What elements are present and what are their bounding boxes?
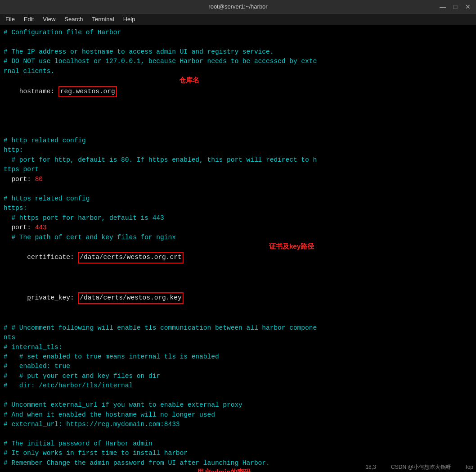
line-4: # DO NOT use localhost or 127.0.0.1, bec… — [4, 57, 472, 66]
hostname-value: reg.westos.org — [58, 86, 117, 97]
cert-line: certificate: /data/certs/westos.org.crt … — [4, 242, 472, 283]
statusbar: 18,3 CSDN @小何想吃火锅呀 Top — [363, 463, 476, 472]
terminal-content[interactable]: # Configuration file of Harbor # The IP … — [0, 25, 476, 472]
line-tls-7: # dir: /etc/harbor/tls/internal — [4, 381, 472, 390]
annotation-cert: 证书及key路径 — [269, 241, 314, 251]
hostname-line: hostname: reg.westos.org 仓库名 — [4, 76, 472, 126]
menu-search[interactable]: Search — [61, 15, 86, 23]
line-blank-2 — [4, 127, 472, 136]
cert-value: /data/certs/westos.org.crt — [78, 252, 183, 263]
privkey-line: private_key: /data/certs/westos.org.key — [4, 283, 472, 313]
annotation-cangku: 仓库名 — [179, 75, 199, 85]
titlebar: root@server1:~/harbor — □ ✕ — [0, 0, 476, 14]
line-blank-4 — [4, 313, 472, 323]
line-http-comment: # http related config — [4, 136, 472, 145]
menubar: File Edit View Search Terminal Help — [0, 14, 476, 25]
privkey-value: /data/certs/westos.org.key — [78, 292, 183, 304]
menu-file[interactable]: File — [2, 15, 18, 23]
line-blank-6 — [4, 430, 472, 439]
line-ext-1: # Uncomment external_url if you want to … — [4, 400, 472, 410]
line-ext-2: # And when it enabled the hostname will … — [4, 410, 472, 420]
annotation-admin-pwd: 用户admin的密码 — [197, 467, 251, 472]
line-blank-3 — [4, 184, 472, 194]
window-title: root@server1:~/harbor — [208, 3, 267, 10]
line-tls-3: # internal_tls: — [4, 343, 472, 352]
line-3: # The IP address or hostname to access a… — [4, 47, 472, 57]
line-tls-2: nts — [4, 333, 472, 342]
line-cert-comment: # The path of cert and key files for ngi… — [4, 233, 472, 242]
line-ext-3: # external_url: https://reg.mydomain.com… — [4, 420, 472, 429]
line-tls-1: # # Uncomment following will enable tls … — [4, 323, 472, 333]
line-port-comment2: ttps port — [4, 165, 472, 174]
line-5: rnal clients. — [4, 67, 472, 76]
line-https-comment: # https related config — [4, 194, 472, 204]
line-tls-4: # # set enabled to true means internal t… — [4, 352, 472, 362]
minimize-button[interactable]: — — [438, 2, 447, 11]
line-admin-2: # It only works in first time to install… — [4, 449, 472, 458]
line-tls-5: # enabled: true — [4, 362, 472, 371]
line-blank-1 — [4, 37, 472, 47]
close-button[interactable]: ✕ — [463, 2, 472, 11]
menu-edit[interactable]: Edit — [20, 15, 37, 23]
line-admin-1: # The initial password of Harbor admin — [4, 439, 472, 449]
line-tls-6: # # put your cert and key files on dir — [4, 372, 472, 381]
window-controls: — □ ✕ — [438, 2, 472, 11]
maximize-button[interactable]: □ — [451, 2, 460, 11]
line-1: # Configuration file of Harbor — [4, 28, 472, 37]
line-port-comment: # port for http, default is 80. If https… — [4, 155, 472, 165]
line-https: https: — [4, 204, 472, 213]
line-https-port-comment: # https port for harbor, default is 443 — [4, 213, 472, 223]
line-port443: port: 443 — [4, 223, 472, 232]
menu-terminal[interactable]: Terminal — [89, 15, 118, 23]
line-http: http: — [4, 145, 472, 155]
line-port80: port: 80 — [4, 175, 472, 184]
menu-help[interactable]: Help — [120, 15, 139, 23]
line-blank-5 — [4, 391, 472, 400]
menu-view[interactable]: View — [39, 15, 59, 23]
